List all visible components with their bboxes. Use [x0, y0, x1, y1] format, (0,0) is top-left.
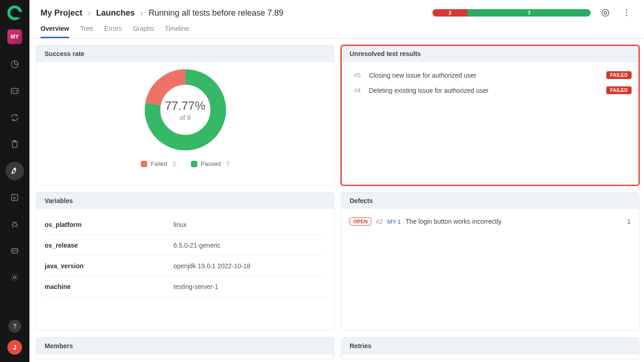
legend-passed[interactable]: Passed 7: [191, 160, 230, 167]
card-header: Retries: [341, 338, 639, 354]
pie-chart-icon[interactable]: [6, 55, 24, 74]
svg-point-11: [626, 12, 627, 14]
breadcrumb-section[interactable]: Launches: [96, 8, 135, 18]
card-members: Members: [36, 337, 334, 359]
variable-key: os_platform: [45, 221, 173, 228]
tab-overview[interactable]: Overview: [40, 25, 69, 38]
test-number: #5: [349, 72, 361, 79]
breadcrumb: My Project › Launches › Running all test…: [40, 8, 283, 18]
open-badge: OPEN: [350, 217, 371, 226]
test-row[interactable]: #5 Closing new issue for authorized user…: [349, 68, 632, 83]
tab-graphs[interactable]: Graphs: [133, 25, 154, 38]
status-bar-passed: 7: [467, 9, 591, 17]
card-icon[interactable]: [6, 242, 24, 260]
tab-tree[interactable]: Tree: [80, 25, 93, 38]
clipboard-icon[interactable]: [6, 135, 24, 153]
chevron-right-icon: ›: [88, 8, 91, 18]
tab-timeline[interactable]: Timeline: [165, 25, 189, 38]
card-defects: Defects OPEN #2 MY-1 The login button wo…: [341, 192, 639, 331]
variable-row: machine testing-server-1: [45, 277, 326, 297]
user-avatar[interactable]: J: [7, 340, 22, 355]
variable-value: openjdk 19.0.1 2022-10-18: [173, 262, 250, 270]
breadcrumb-project[interactable]: My Project: [40, 8, 82, 18]
card-unresolved-tests: Unresolved test results #5 Closing new i…: [341, 45, 639, 186]
svg-rect-6: [12, 249, 17, 253]
tab-errors[interactable]: Errors: [104, 25, 122, 38]
svg-rect-9: [604, 12, 607, 14]
legend-failed-count: 2: [172, 160, 176, 167]
breadcrumb-title: Running all tests before release 7.89: [149, 8, 283, 18]
success-percent: 77.77%: [165, 99, 205, 113]
svg-rect-0: [12, 88, 18, 94]
svg-point-8: [602, 10, 609, 17]
variable-row: os_platform linux: [45, 215, 326, 235]
card-variables: Variables os_platform linux os_release 6…: [36, 192, 334, 331]
variable-row: os_release 6.5.0-21-generic: [45, 235, 326, 256]
svg-point-10: [626, 10, 627, 11]
test-number: #4: [349, 87, 361, 94]
defect-code-link[interactable]: MY-1: [387, 218, 401, 225]
status-bar-failed: 2: [432, 9, 467, 17]
defect-title: The login button works incorrectly: [406, 218, 502, 225]
svg-point-12: [626, 15, 627, 17]
svg-point-7: [14, 277, 16, 279]
legend-failed-label: Failed: [151, 160, 167, 167]
legend-swatch-failed: [141, 161, 147, 167]
failed-badge: FAILED: [606, 86, 632, 94]
chevron-right-icon: ›: [140, 8, 143, 18]
variable-row: java_version openjdk 19.0.1 2022-10-18: [45, 256, 326, 277]
card-header: Defects: [341, 192, 639, 209]
success-rate-donut: 77.77% of 9: [142, 67, 229, 153]
test-row[interactable]: #4 Deleting existing issue for authorize…: [349, 83, 632, 98]
stop-icon[interactable]: [599, 6, 612, 19]
card-retries: Retries: [341, 337, 639, 359]
legend-failed[interactable]: Failed 2: [141, 160, 176, 167]
defect-number: #2: [376, 218, 382, 225]
failed-badge: FAILED: [606, 71, 632, 79]
code-icon[interactable]: [6, 82, 24, 100]
defect-count: 1: [627, 218, 631, 225]
help-icon[interactable]: ?: [8, 320, 21, 333]
bar-chart-icon[interactable]: [6, 188, 24, 207]
variable-value: 6.5.0-21-generic: [173, 242, 220, 249]
success-of-total: of 9: [165, 114, 205, 121]
defect-row[interactable]: OPEN #2 MY-1 The login button works inco…: [350, 215, 631, 228]
card-header: Members: [36, 338, 334, 354]
legend-passed-count: 7: [226, 160, 230, 167]
legend-swatch-passed: [191, 161, 197, 167]
bug-icon[interactable]: [6, 215, 24, 233]
card-header: Variables: [36, 192, 334, 209]
test-name: Closing new issue for authorized user: [369, 72, 598, 79]
variable-key: os_release: [45, 242, 173, 249]
tabs: Overview Tree Errors Graphs Timeline: [29, 19, 644, 39]
variable-value: testing-server-1: [173, 283, 218, 290]
variable-value: linux: [173, 221, 187, 228]
project-badge[interactable]: MY: [7, 29, 22, 44]
app-logo[interactable]: [7, 6, 22, 20]
topbar: My Project › Launches › Running all test…: [29, 0, 644, 19]
status-bar[interactable]: 2 7: [432, 9, 591, 17]
card-success-rate: Success rate 77.77% of 9: [36, 45, 334, 186]
test-name: Deleting existing issue for authorized u…: [369, 87, 598, 94]
card-header: Unresolved test results: [341, 45, 639, 62]
variable-key: java_version: [45, 262, 173, 270]
more-vert-icon[interactable]: [620, 6, 633, 19]
svg-point-3: [14, 169, 16, 170]
legend-passed-label: Passed: [201, 160, 221, 167]
svg-point-5: [13, 223, 17, 226]
gear-icon[interactable]: [6, 268, 24, 287]
sidebar: MY: [0, 0, 29, 362]
card-header: Success rate: [36, 45, 334, 62]
rocket-icon[interactable]: [6, 162, 24, 180]
refresh-icon[interactable]: [6, 108, 24, 127]
variable-key: machine: [45, 283, 173, 290]
